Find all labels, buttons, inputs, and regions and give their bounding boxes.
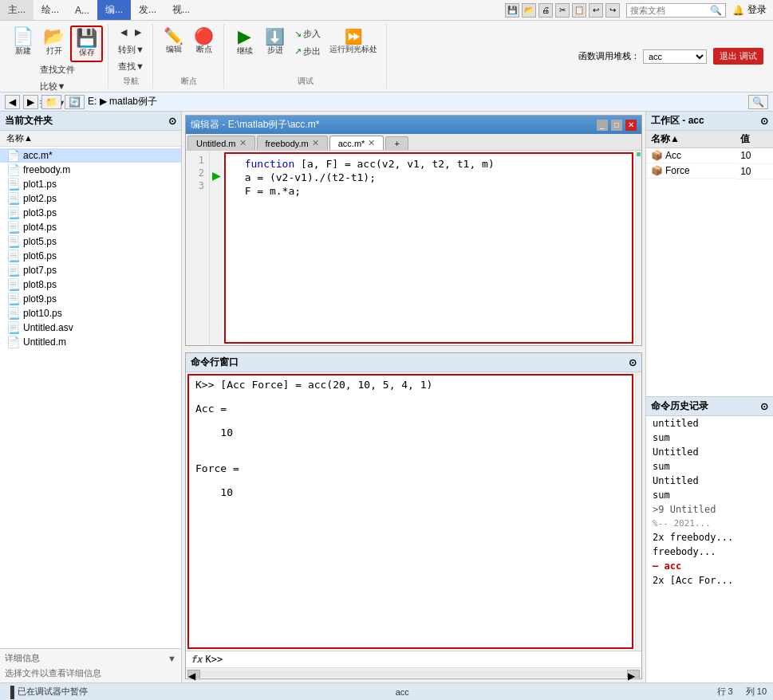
file-item-plot8[interactable]: 📃 plot8.ps: [0, 277, 181, 292]
history-item-sum3[interactable]: sum: [646, 488, 773, 502]
toolbar-icon-5[interactable]: ↩: [589, 3, 603, 18]
file-item-plot10[interactable]: 📃 plot10.ps: [0, 306, 181, 321]
tab-acc-close[interactable]: ✕: [368, 138, 375, 148]
toolbar-icon-save2[interactable]: 💾: [505, 3, 519, 18]
step-out-button[interactable]: ↗ 步出: [291, 44, 324, 59]
history-expand-icon[interactable]: ⊙: [760, 401, 768, 412]
toolbar-icon-1[interactable]: 📂: [522, 3, 536, 18]
file-item-plot4[interactable]: 📃 plot4.ps: [0, 220, 181, 234]
tab-untitled-close[interactable]: ✕: [239, 138, 246, 148]
file-name-acc: acc.m*: [23, 150, 53, 161]
status-row: 行 3: [717, 686, 733, 698]
toolbar-icon-6[interactable]: ↪: [605, 3, 620, 18]
notification-icon[interactable]: 🔔: [732, 5, 744, 16]
breakpoint-button[interactable]: 🔴 断点: [190, 26, 219, 57]
step-in-button[interactable]: ↘ 步入: [291, 26, 324, 41]
addr-back-button[interactable]: ◀: [5, 95, 20, 109]
save-label: 保存: [79, 47, 95, 58]
workspace-expand-icon[interactable]: ⊙: [760, 116, 768, 127]
file-item-plot6[interactable]: 📃 plot6.ps: [0, 249, 181, 263]
addr-search-button[interactable]: 🔍: [748, 95, 768, 109]
cmd-scrollbar[interactable]: [635, 372, 641, 651]
tab-freebody-close[interactable]: ✕: [312, 138, 319, 148]
file-item-plot1[interactable]: 📃 plot1.ps: [0, 177, 181, 191]
save-button[interactable]: 💾 保存: [70, 26, 103, 62]
toolbar-icon-2[interactable]: 🖨: [538, 3, 553, 18]
toolbar-search-input[interactable]: [630, 6, 710, 15]
file-name-plot7: plot7.ps: [23, 265, 57, 276]
menu-dev[interactable]: 发...: [131, 0, 164, 20]
step-button[interactable]: ⬇️ 步进: [261, 26, 290, 58]
goto-button[interactable]: 转到▼: [115, 42, 148, 57]
history-item-9untitled[interactable]: >9 Untitled: [646, 502, 773, 517]
history-item-freebody2[interactable]: freebody...: [646, 545, 773, 559]
status-debug-text: 已在调试器中暂停: [18, 686, 88, 698]
sidebar-col-header: 名称▲: [0, 131, 181, 147]
func-stack-select[interactable]: acc: [643, 49, 707, 64]
hscroll-right[interactable]: ▶: [627, 670, 640, 678]
forward-button[interactable]: ▶: [132, 26, 144, 39]
history-item-accfor[interactable]: 2x [Acc For...: [646, 573, 773, 588]
edit-button[interactable]: ✏️ 编辑: [160, 26, 188, 57]
history-item-acc[interactable]: — acc: [646, 559, 773, 573]
history-item-sum2[interactable]: sum: [646, 459, 773, 474]
tab-freebody[interactable]: freebody.m ✕: [257, 136, 328, 150]
detail-expand-icon[interactable]: ▼: [168, 654, 176, 663]
menu-main[interactable]: 主...: [0, 0, 34, 20]
exit-debug-button[interactable]: 退出 调试: [713, 48, 763, 65]
continue-icon: ▶: [238, 28, 251, 45]
history-item-untitled1[interactable]: untitled: [646, 416, 773, 431]
breakpoint-label: 断点: [196, 44, 212, 55]
find-file-button[interactable]: 查找文件: [37, 62, 78, 77]
menu-draw[interactable]: 绘...: [34, 0, 67, 20]
history-item-freebody1[interactable]: 2x freebody...: [646, 530, 773, 545]
cmd-content-area[interactable]: K>> [Acc Force] = acc(20, 10, 5, 4, 1) A…: [187, 374, 633, 649]
find-button[interactable]: 查找▼: [115, 59, 148, 74]
file-item-plot3[interactable]: 📃 plot3.ps: [0, 206, 181, 220]
history-item-Untitled2[interactable]: Untitled: [646, 474, 773, 488]
file-item-plot2[interactable]: 📃 plot2.ps: [0, 191, 181, 206]
history-item-sum1[interactable]: sum: [646, 431, 773, 445]
run-to-cursor-button[interactable]: ⏩ 运行到光标处: [325, 27, 381, 57]
tab-untitled[interactable]: Untitled.m ✕: [187, 136, 255, 150]
editor-close-icon[interactable]: ✕: [625, 120, 637, 131]
file-item-plot5[interactable]: 📃 plot5.ps: [0, 234, 181, 249]
cmd-hscrollbar[interactable]: ◀ ▶: [186, 667, 641, 678]
toolbar-icon-3[interactable]: ✂: [555, 3, 570, 18]
history-item-Untitled1[interactable]: Untitled: [646, 445, 773, 459]
tab-acc[interactable]: acc.m* ✕: [329, 136, 385, 150]
workspace-row-force[interactable]: 📦Force 10: [646, 163, 773, 179]
editor-minimize-icon[interactable]: _: [597, 120, 608, 131]
continue-button[interactable]: ▶ 继续: [231, 26, 259, 59]
workspace-row-acc[interactable]: 📦Acc 10: [646, 148, 773, 164]
compare-button[interactable]: 比较▼: [37, 79, 78, 94]
menu-edit[interactable]: 编...: [97, 0, 131, 20]
menu-a[interactable]: A...: [67, 0, 97, 20]
login-button[interactable]: 登录: [747, 3, 767, 17]
history-item-comment[interactable]: %-- 2021...: [646, 517, 773, 530]
hscroll-left[interactable]: ◀: [187, 670, 200, 678]
cmd-expand-icon[interactable]: ⊙: [629, 357, 637, 368]
file-item-acc[interactable]: 📄 acc.m*: [0, 148, 181, 163]
file-item-untitled-asv[interactable]: 📃 Untitled.asv: [0, 321, 181, 335]
file-item-untitled-m[interactable]: 📄 Untitled.m: [0, 335, 181, 349]
back-button[interactable]: ◀: [117, 26, 130, 39]
addr-up-button[interactable]: 📁: [41, 95, 61, 109]
cmd-input[interactable]: [226, 654, 637, 665]
toolbar-icon-4[interactable]: 📋: [572, 3, 586, 18]
menu-view[interactable]: 视...: [164, 0, 198, 20]
file-item-freebody[interactable]: 📄 freebody.m: [0, 163, 181, 177]
open-button[interactable]: 📂 打开: [39, 26, 69, 59]
command-window: 命令行窗口 ⊙ K>> [Acc Force] = acc(20, 10, 5,…: [185, 352, 642, 679]
tab-add[interactable]: +: [385, 136, 408, 150]
file-list: 📄 acc.m* 📄 freebody.m 📃 plot1.ps 📃 plot2…: [0, 147, 181, 648]
file-item-plot7[interactable]: 📃 plot7.ps: [0, 263, 181, 277]
editor-scrollbar[interactable]: [635, 151, 641, 345]
sidebar-expand-icon[interactable]: ⊙: [168, 116, 176, 127]
code-editor[interactable]: function [a, F] = acc(v2, v1, t2, t1, m)…: [224, 152, 633, 344]
editor-maximize-icon[interactable]: □: [611, 120, 622, 131]
file-item-plot9[interactable]: 📃 plot9.ps: [0, 292, 181, 306]
addr-forward-button[interactable]: ▶: [23, 95, 38, 109]
addr-refresh-button[interactable]: 🔄: [65, 95, 85, 109]
new-button[interactable]: 📄 新建: [8, 26, 37, 59]
